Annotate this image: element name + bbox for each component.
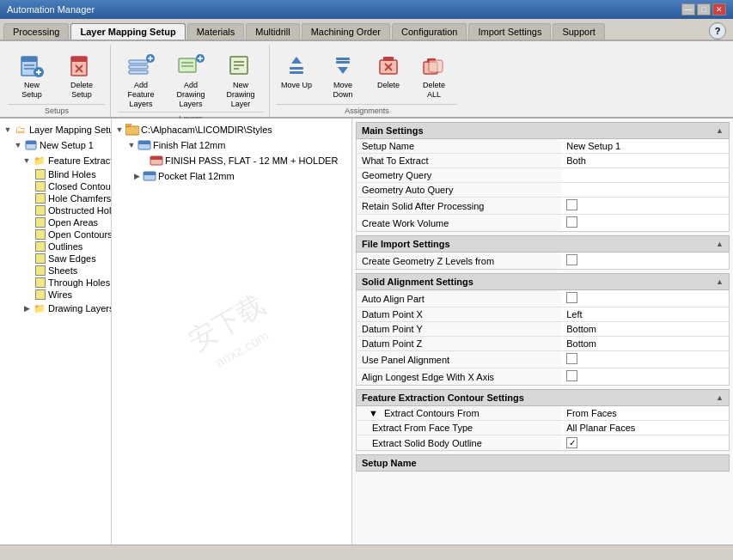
create-work-volume-label: Create Work Volume bbox=[357, 215, 562, 232]
tab-support[interactable]: Support bbox=[553, 23, 605, 40]
file-import-table: Create Geometry Z Levels from bbox=[356, 253, 730, 270]
tree-obstructed-holes[interactable]: Obstructed Holes bbox=[0, 204, 111, 216]
geometry-auto-query-label: Geometry Auto Query bbox=[357, 183, 562, 198]
datum-y-row: Datum Point Y Bottom bbox=[357, 322, 730, 337]
auto-align-checkbox[interactable] bbox=[566, 292, 577, 303]
minimize-button[interactable]: — bbox=[681, 3, 695, 15]
tree-through-holes[interactable]: Through Holes bbox=[0, 277, 111, 289]
auto-align-row: Auto Align Part bbox=[357, 290, 730, 307]
align-longest-edge-checkbox[interactable] bbox=[566, 370, 577, 381]
use-panel-alignment-checkbox[interactable] bbox=[566, 353, 577, 364]
obstructed-holes-label: Obstructed Holes bbox=[48, 205, 112, 216]
close-button[interactable]: ✕ bbox=[712, 3, 726, 15]
solid-alignment-section: Solid Alignment Settings ▲ Auto Align Pa… bbox=[356, 273, 730, 386]
setup-name-bottom: Setup Name bbox=[356, 454, 730, 472]
tree-blind-holes[interactable]: Blind Holes bbox=[0, 168, 111, 180]
path-root[interactable]: ▼ C:\Alphacam\LICOMDIR\Styles bbox=[112, 122, 351, 137]
geometry-query-row: Geometry Query bbox=[357, 168, 730, 183]
what-to-extract-label: What To Extract bbox=[357, 154, 562, 168]
datum-z-value: Bottom bbox=[561, 337, 729, 351]
setups-group-label: Setups bbox=[9, 104, 105, 117]
new-drawing-layer-button[interactable]: New Drawing Layer bbox=[217, 48, 264, 112]
feature-label: Feature Extract Layers bbox=[48, 155, 112, 166]
through-holes-label: Through Holes bbox=[48, 277, 110, 288]
tree-sheets[interactable]: Sheets bbox=[0, 265, 111, 277]
setup-name-value: New Setup 1 bbox=[561, 139, 729, 154]
new-setup-button[interactable]: New Setup bbox=[9, 48, 55, 103]
retain-solid-checkbox[interactable] bbox=[566, 199, 577, 210]
use-panel-alignment-label: Use Panel Alignment bbox=[357, 351, 562, 368]
solid-alignment-header[interactable]: Solid Alignment Settings ▲ bbox=[356, 273, 730, 290]
tree-feature-extract[interactable]: ▼ 📁 Feature Extract Layers bbox=[0, 153, 111, 168]
main-settings-header[interactable]: Main Settings ▲ bbox=[356, 122, 730, 139]
datum-y-label: Datum Point Y bbox=[357, 322, 562, 337]
pocket-flat-icon bbox=[143, 169, 156, 183]
finish-flat-item[interactable]: ▼ Finish Flat 12mm bbox=[112, 137, 351, 153]
tree-hole-chamfers[interactable]: Hole Chamfers bbox=[0, 192, 111, 204]
add-feature-layers-icon bbox=[127, 52, 155, 79]
svg-rect-27 bbox=[290, 67, 303, 70]
add-feature-layers-button[interactable]: Add Feature Layers bbox=[118, 48, 164, 112]
svg-rect-45 bbox=[138, 141, 150, 144]
file-import-title: File Import Settings bbox=[362, 239, 450, 249]
tree-closed-contours[interactable]: Closed Contours bbox=[0, 180, 111, 192]
geometry-auto-query-value bbox=[561, 183, 729, 198]
path-label: C:\Alphacam\LICOMDIR\Styles bbox=[141, 125, 272, 135]
drawing-folder-icon: 📁 bbox=[33, 301, 46, 315]
tree-open-areas[interactable]: Open Areas bbox=[0, 216, 111, 228]
tree-saw-edges[interactable]: Saw Edges bbox=[0, 253, 111, 265]
tree-outlines[interactable]: Outlines bbox=[0, 240, 111, 253]
delete-button[interactable]: Delete bbox=[370, 48, 407, 94]
feature-extraction-header[interactable]: Feature Extraction Contour Settings ▲ bbox=[356, 389, 730, 406]
tree-wires[interactable]: Wires bbox=[0, 289, 111, 301]
new-drawing-layer-label: New Drawing Layer bbox=[222, 81, 260, 108]
svg-rect-41 bbox=[26, 141, 36, 144]
delete-setup-icon bbox=[68, 52, 95, 79]
tab-processing[interactable]: Processing bbox=[3, 23, 69, 40]
tree-open-contours[interactable]: Open Contours bbox=[0, 228, 111, 240]
tab-configuration[interactable]: Configuration bbox=[392, 23, 467, 40]
setup-name-row: Setup Name New Setup 1 bbox=[357, 139, 730, 154]
add-drawing-layers-button[interactable]: Add Drawing Layers bbox=[168, 48, 214, 112]
assignments-group-label: Assignments bbox=[277, 104, 457, 117]
outlines-icon bbox=[35, 241, 46, 252]
finish-pass-item[interactable]: ▶ FINISH PASS, FLAT - 12 MM + HOLDER bbox=[112, 153, 351, 168]
tree-drawing-layers[interactable]: ▶ 📁 Drawing Layers bbox=[0, 301, 111, 316]
finish-flat-icon bbox=[137, 138, 151, 152]
tree-new-setup[interactable]: ▼ New Setup 1 bbox=[0, 137, 111, 153]
delete-setup-button[interactable]: Delete Setup bbox=[58, 48, 105, 103]
svg-rect-11 bbox=[129, 60, 148, 64]
datum-y-value: Bottom bbox=[561, 322, 729, 337]
move-down-button[interactable]: Move Down bbox=[320, 48, 366, 103]
setup-name-bottom-label: Setup Name bbox=[362, 458, 417, 468]
app-title: Automation Manager bbox=[7, 4, 95, 15]
file-import-collapse: ▲ bbox=[716, 240, 724, 248]
extract-solid-body-outline-checkbox[interactable] bbox=[566, 437, 577, 448]
pocket-flat-item[interactable]: ▶ Pocket Flat 12mm bbox=[112, 168, 351, 184]
maximize-button[interactable]: □ bbox=[697, 3, 711, 15]
create-work-volume-checkbox[interactable] bbox=[566, 216, 577, 228]
svg-marker-32 bbox=[338, 67, 348, 74]
tab-materials[interactable]: Materials bbox=[187, 23, 245, 40]
tab-import-settings[interactable]: Import Settings bbox=[468, 23, 551, 40]
saw-edges-icon bbox=[35, 253, 46, 264]
open-areas-icon bbox=[35, 217, 46, 228]
feature-extraction-table: ▼ Extract Contours From From Faces Extra… bbox=[356, 406, 730, 451]
tab-multidrill[interactable]: Multidrill bbox=[246, 23, 299, 40]
svg-rect-13 bbox=[129, 70, 148, 74]
help-button[interactable]: ? bbox=[709, 22, 726, 40]
middle-panel: 安下载 anxz.com ▼ C:\Alphacam\LICOMDIR\Styl… bbox=[112, 119, 352, 545]
file-import-header[interactable]: File Import Settings ▲ bbox=[356, 235, 730, 253]
delete-all-button[interactable]: Delete ALL bbox=[411, 48, 457, 103]
title-bar: Automation Manager — □ ✕ bbox=[0, 0, 733, 19]
retain-solid-label: Retain Solid After Processing bbox=[357, 198, 562, 215]
tab-layer-mapping[interactable]: Layer Mapping Setup bbox=[70, 23, 185, 40]
svg-rect-17 bbox=[179, 58, 196, 72]
tree-root[interactable]: ▼ 🗂 Layer Mapping Setup bbox=[0, 122, 111, 137]
move-up-button[interactable]: Move Up bbox=[277, 48, 316, 94]
tab-machining-order[interactable]: Machining Order bbox=[302, 23, 390, 40]
datum-z-label: Datum Point Z bbox=[357, 337, 562, 351]
sheets-icon bbox=[35, 265, 46, 276]
create-geometry-z-checkbox[interactable] bbox=[566, 254, 577, 265]
finish-flat-expander: ▼ bbox=[125, 139, 137, 151]
